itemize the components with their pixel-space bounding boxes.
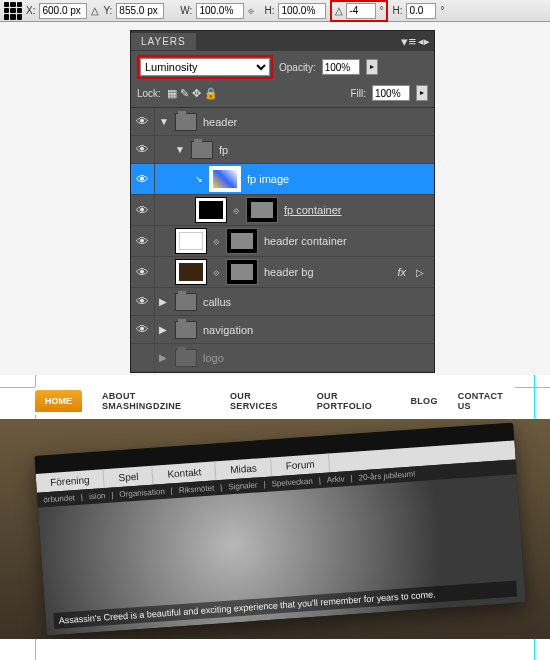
- layer-label: fp image: [247, 173, 289, 185]
- nav-blog[interactable]: BLOG: [411, 396, 438, 406]
- layer-header-container[interactable]: 👁 ⟐ header container: [131, 226, 434, 257]
- layer-thumbnail[interactable]: [175, 259, 207, 285]
- w-label: W:: [180, 5, 192, 16]
- lock-transparency-icon[interactable]: ▦: [167, 87, 177, 100]
- canvas-preview: HOME ABOUT SMASHINGDZINE OUR SERVICES OU…: [0, 375, 550, 660]
- eye-icon: 👁: [136, 265, 149, 280]
- fill-label: Fill:: [350, 88, 366, 99]
- nav-home[interactable]: HOME: [35, 390, 82, 412]
- site-header-bg: Förening Spel Kontakt Midas Forum örbund…: [0, 419, 550, 639]
- x-label: X:: [26, 5, 35, 16]
- panel-header: LAYERS ▾≡ ◂▸: [131, 31, 434, 51]
- vector-mask-thumbnail[interactable]: [226, 228, 258, 254]
- smart-object-icon: ↘: [195, 174, 203, 184]
- folder-icon: [191, 141, 213, 159]
- y-input[interactable]: [116, 3, 164, 19]
- visibility-toggle[interactable]: 👁: [131, 316, 155, 343]
- visibility-toggle[interactable]: 👁: [131, 257, 155, 287]
- layer-label: header bg: [264, 266, 314, 278]
- reference-point-grid[interactable]: [4, 2, 22, 20]
- mask-link-icon[interactable]: ⟐: [233, 204, 240, 216]
- fp-container: Förening Spel Kontakt Midas Forum örbund…: [34, 422, 525, 635]
- angle-icon: △: [335, 5, 343, 16]
- nav-about[interactable]: ABOUT SMASHINGDZINE: [102, 391, 210, 411]
- visibility-toggle[interactable]: 👁: [131, 108, 155, 135]
- layer-fp-image[interactable]: 👁 ↘ fp image: [131, 164, 434, 195]
- y-label: Y:: [103, 5, 112, 16]
- h-input[interactable]: [278, 3, 326, 19]
- fp-image: Förening Spel Kontakt Midas Forum örbund…: [34, 422, 525, 635]
- mask-link-icon[interactable]: ⟐: [213, 266, 220, 278]
- angle-input[interactable]: [346, 3, 376, 19]
- twisty-right-icon[interactable]: ▶: [159, 296, 169, 307]
- layers-panel: LAYERS ▾≡ ◂▸ Luminosity Opacity: ▸ Lock:…: [130, 30, 435, 373]
- lock-position-icon[interactable]: ✥: [192, 87, 201, 100]
- panel-collapse-icon[interactable]: ◂▸: [418, 35, 430, 48]
- eye-icon: 👁: [136, 234, 149, 249]
- folder-icon: [175, 293, 197, 311]
- nav-services[interactable]: OUR SERVICES: [230, 391, 297, 411]
- layer-label: logo: [203, 352, 224, 364]
- twisty-down-icon[interactable]: ▼: [159, 116, 169, 127]
- twisty-right-icon[interactable]: ▶: [159, 324, 169, 335]
- visibility-toggle[interactable]: 👁: [131, 195, 155, 225]
- layer-header-bg[interactable]: 👁 ⟐ header bg fx ▷: [131, 257, 434, 288]
- lock-all-icon[interactable]: 🔒: [204, 87, 218, 100]
- blend-mode-select[interactable]: Luminosity: [140, 58, 270, 76]
- layer-thumbnail[interactable]: [209, 166, 241, 192]
- skew-h-unit: °: [440, 5, 444, 16]
- w-input[interactable]: [196, 3, 244, 19]
- lock-pixels-icon[interactable]: ✎: [180, 87, 189, 100]
- delta-icon[interactable]: △: [91, 5, 99, 16]
- vector-mask-thumbnail[interactable]: [226, 259, 258, 285]
- visibility-toggle[interactable]: 👁: [131, 164, 155, 194]
- layer-group-navigation[interactable]: 👁 ▶ navigation: [131, 316, 434, 344]
- vector-mask-thumbnail[interactable]: [246, 197, 278, 223]
- layer-thumbnail[interactable]: [195, 197, 227, 223]
- eye-icon: 👁: [136, 172, 149, 187]
- layer-group-header[interactable]: 👁 ▼ header: [131, 108, 434, 136]
- layer-group-logo[interactable]: ▶ logo: [131, 344, 434, 372]
- eye-icon: 👁: [136, 322, 149, 337]
- transform-options-bar: X: △ Y: W: ⟐ H: △ ° H: °: [0, 0, 550, 22]
- link-wh-icon[interactable]: ⟐: [248, 5, 260, 17]
- visibility-toggle[interactable]: 👁: [131, 136, 155, 163]
- fill-input[interactable]: [372, 85, 410, 101]
- h-label: H:: [264, 5, 274, 16]
- opacity-flyout-icon[interactable]: ▸: [366, 59, 378, 75]
- fill-flyout-icon[interactable]: ▸: [416, 85, 428, 101]
- visibility-toggle[interactable]: 👁: [131, 288, 155, 315]
- visibility-toggle[interactable]: [131, 344, 155, 371]
- layer-fp-container[interactable]: 👁 ⟐ fp container: [131, 195, 434, 226]
- layer-label: callus: [203, 296, 231, 308]
- layers-tab[interactable]: LAYERS: [131, 33, 196, 50]
- layer-label: header container: [264, 235, 347, 247]
- layer-thumbnail[interactable]: [175, 228, 207, 254]
- eye-icon: 👁: [136, 294, 149, 309]
- folder-icon: [175, 113, 197, 131]
- skew-h-input[interactable]: [406, 3, 436, 19]
- x-input[interactable]: [39, 3, 87, 19]
- visibility-toggle[interactable]: 👁: [131, 226, 155, 256]
- nav-portfolio[interactable]: OUR PORTFOLIO: [317, 391, 391, 411]
- angle-unit: °: [379, 5, 383, 16]
- twisty-down-icon[interactable]: ▼: [175, 144, 185, 155]
- layer-group-callus[interactable]: 👁 ▶ callus: [131, 288, 434, 316]
- opacity-input[interactable]: [322, 59, 360, 75]
- skew-h-label: H:: [392, 5, 402, 16]
- blend-mode-highlight: Luminosity: [137, 55, 273, 79]
- panel-blend-row: Luminosity Opacity: ▸: [131, 51, 434, 83]
- layer-group-fp[interactable]: 👁 ▼ fp: [131, 136, 434, 164]
- layer-label: header: [203, 116, 237, 128]
- fx-badge[interactable]: fx: [397, 266, 406, 278]
- nav-contact[interactable]: CONTACT US: [458, 391, 515, 411]
- eye-icon: 👁: [136, 203, 149, 218]
- twisty-right-icon[interactable]: ▷: [416, 267, 424, 278]
- opacity-label: Opacity:: [279, 62, 316, 73]
- lock-label: Lock:: [137, 88, 161, 99]
- mask-link-icon[interactable]: ⟐: [213, 235, 220, 247]
- panel-menu-icon[interactable]: ▾≡: [401, 34, 416, 49]
- folder-icon: [175, 321, 197, 339]
- twisty-right-icon[interactable]: ▶: [159, 352, 169, 363]
- eye-icon: 👁: [136, 114, 149, 129]
